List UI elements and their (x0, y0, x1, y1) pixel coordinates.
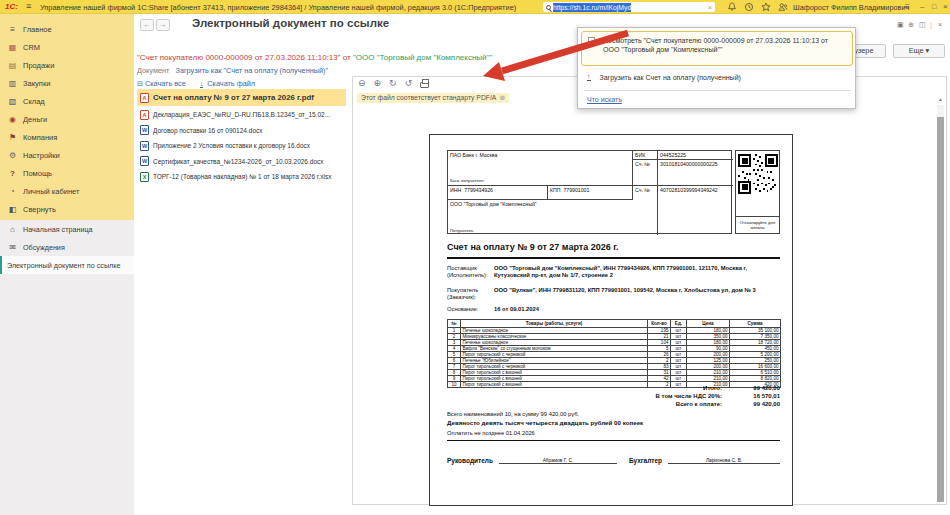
sidebar-item-nastroyki[interactable]: ⚙Настройки (0, 146, 134, 164)
items-header-row: №Товары (работы, услуги) Кол-воЕд. ЦенаС… (448, 320, 781, 328)
excel-file-icon (140, 172, 149, 182)
sidebar-item-lichnyy-kabinet[interactable]: ◔Личный кабинет (0, 182, 134, 200)
rotate-left-icon[interactable]: ↺ (405, 78, 413, 88)
favorites-star-icon[interactable] (761, 2, 771, 12)
close-window-icon[interactable]: × (943, 1, 948, 12)
chat-icon: ✉ (7, 243, 18, 252)
page-title: Электронный документ по ссылке (192, 17, 389, 29)
payment-qr-code: Отсканируйте дляоплаты (735, 150, 780, 234)
file-item-selected[interactable]: Счет на оплату № 9 от 27 марта 2026 г.pd… (137, 89, 346, 106)
download-all-button[interactable]: ⊟Скачать все (137, 79, 186, 88)
tab-electronic-document[interactable]: Электронный документ по ссылке (0, 256, 134, 274)
settings-gear-icon: ⚙ (7, 151, 18, 160)
minimize-icon[interactable]: – (920, 1, 924, 12)
buyer-row: Покупатель (Заказчик): ООО "Вулкан", ИНН… (447, 287, 780, 301)
invoice-bank-table: ПАО Банк г. Москва Банк получателя БИК 0… (447, 150, 732, 234)
back-button[interactable]: ← (140, 19, 154, 31)
search-input[interactable]: https://sh.1c.ru/m/iKojMyd × (543, 2, 715, 12)
invoice-summary: Всего наименований 10, на сумму 99 420,0… (447, 411, 579, 417)
what-to-search-link[interactable]: Что искать (587, 96, 622, 103)
preview-icon[interactable]: ◫ (919, 21, 926, 29)
scrollbar-thumb[interactable] (937, 117, 944, 502)
close-preview-icon[interactable]: × (938, 21, 942, 28)
help-icon: ? (7, 169, 18, 178)
sidebar-item-svernut[interactable]: ◧Свернуть (0, 200, 134, 218)
sidebar-item-dengi[interactable]: ◉Деньги (0, 110, 134, 128)
total-row: Итого:99 420,00 (447, 385, 780, 391)
file-item[interactable]: Сертификат_качества_№1234-2026_от_10.03.… (137, 154, 346, 170)
sidebar-item-pomosch[interactable]: ?Помощь (0, 164, 134, 182)
invoice-title: Счет на оплату № 9 от 27 марта 2026 г. (447, 242, 619, 252)
divider (447, 440, 780, 441)
pdfa-badge: Этот файл соответствует стандарту PDF/A⊗ (357, 93, 509, 103)
document-row: Документ Загрузить как "Счет на оплату (… (137, 66, 328, 75)
qr-image (738, 154, 778, 194)
tab-discussions[interactable]: ✉Обсуждения (0, 238, 134, 256)
pdf-file-icon (140, 110, 149, 120)
link-action-popup: Посмотреть "Счет покупателю 0000-000009 … (577, 27, 856, 109)
download-icon: ↓ (200, 81, 204, 88)
print-icon[interactable] (420, 82, 429, 88)
search-icon (546, 5, 551, 10)
document-label: Документ (137, 66, 169, 75)
archive-icon: ⊟ (137, 80, 143, 87)
sidebar-item-prodazhi[interactable]: ▤Продажи (0, 56, 134, 74)
badge-close-icon[interactable]: ⊗ (499, 94, 505, 101)
zoom-out-icon[interactable]: ⊖ (358, 78, 366, 88)
file-item[interactable]: Приложение 2 Условия поставки к договору… (137, 138, 346, 154)
globe-icon[interactable]: ⊕ (908, 21, 914, 29)
popup-item-view[interactable]: Посмотреть "Счет покупателю 0000-000009 … (581, 31, 853, 66)
zoom-in-icon[interactable]: ⊕ (374, 78, 382, 88)
restore-icon[interactable]: □ (932, 1, 936, 12)
save-icon[interactable]: ▣ (897, 21, 904, 29)
download-file-button[interactable]: ↓ Скачать файл (200, 79, 255, 88)
grand-total-row: Всего к оплате:99 420,00 (447, 401, 780, 407)
sidebar-item-sklad[interactable]: ▧Склад (0, 92, 134, 110)
download-toolbar: ⊟Скачать все ↓ Скачать файл (137, 79, 255, 88)
director-signature-line: Абрамов Г. С. (499, 455, 617, 464)
upload-icon: ↑ (587, 73, 591, 81)
supplier-row: Поставщик (Исполнитель): ООО "Торговый д… (447, 265, 780, 279)
service-menu-icon[interactable]: ≡ (905, 1, 910, 12)
items-body: 1Печенье шоколадное195 шт180,0035 100,00… (448, 328, 781, 388)
pay-before: Оплатить не позднее 01.04.2026 (447, 430, 535, 436)
sidebar-item-crm[interactable]: ▦CRM (0, 38, 134, 56)
sidebar-item-zakupki[interactable]: ▥Закупки (0, 74, 134, 92)
discussions-people-icon[interactable] (778, 2, 788, 12)
collapse-icon: ◧ (7, 205, 18, 214)
file-item[interactable]: Декларация_ЕАЭС_№RU_D-RU.ПБ18.В.12345_от… (137, 107, 346, 123)
pdf-file-icon (140, 93, 149, 103)
sidebar-sections: ≡Главное ▦CRM ▤Продажи ▥Закупки ▧Склад ◉… (0, 14, 134, 220)
scroll-up-icon[interactable]: ▲ (937, 96, 944, 102)
signatures-row: Руководитель Абрамов Г. С. Бухгалтер Лар… (447, 455, 780, 464)
word-file-icon (140, 156, 149, 166)
user-name[interactable]: Шафорост Филипп Владимирович (793, 3, 909, 12)
forward-button[interactable]: → (156, 19, 170, 31)
tab-home[interactable]: ⌂Начальная страница (0, 220, 134, 238)
vat-row: В том числе НДС 20%:16 570,01 (447, 393, 780, 399)
load-as-link[interactable]: Загрузить как "Счет на оплату (полученны… (175, 66, 328, 75)
pdf-viewer: ⊖ ⊕ ↻ ↺ Этот файл соответствует стандарт… (352, 76, 947, 505)
file-item[interactable]: Договор поставки 16 от 090124.docx (137, 123, 346, 139)
document-title: "Счет покупателю 0000-000009 от 27.03.20… (137, 53, 492, 62)
word-file-icon (140, 125, 149, 135)
history-icon[interactable] (744, 2, 754, 12)
file-item[interactable]: ТОРГ-12 (Товарная накладная) № 1 от 18 м… (137, 169, 346, 185)
search-clear-icon[interactable]: × (708, 3, 712, 12)
popup-item-download[interactable]: ↑ Загрузить как Счет на оплату (полученн… (587, 73, 741, 81)
viewer-toolbar: ⊖ ⊕ ↻ ↺ (358, 78, 429, 88)
notifications-bell-icon[interactable] (727, 2, 737, 12)
purchases-icon: ▥ (7, 79, 18, 88)
document-title-red: "Счет покупателю 0000-000009 от 27.03.20… (137, 53, 353, 62)
divider (584, 90, 851, 91)
main-menu-icon[interactable]: ≡ (26, 1, 31, 11)
invoice-page: ПАО Банк г. Москва Банк получателя БИК 0… (429, 134, 793, 506)
window-title: Управление нашей фирмой 1С:Share [абонен… (40, 3, 516, 12)
rotate-right-icon[interactable]: ↻ (389, 78, 397, 88)
invoice-items-table: №Товары (работы, услуги) Кол-воЕд. ЦенаС… (447, 319, 781, 388)
sidebar-item-kompaniya[interactable]: ⚑Компания (0, 128, 134, 146)
viewer-scrollbar[interactable]: ▲ (937, 105, 944, 502)
word-file-icon (140, 141, 149, 151)
more-button[interactable]: Еще ▾ (893, 44, 945, 58)
sidebar-item-glavnoe[interactable]: ≡Главное (0, 20, 134, 38)
